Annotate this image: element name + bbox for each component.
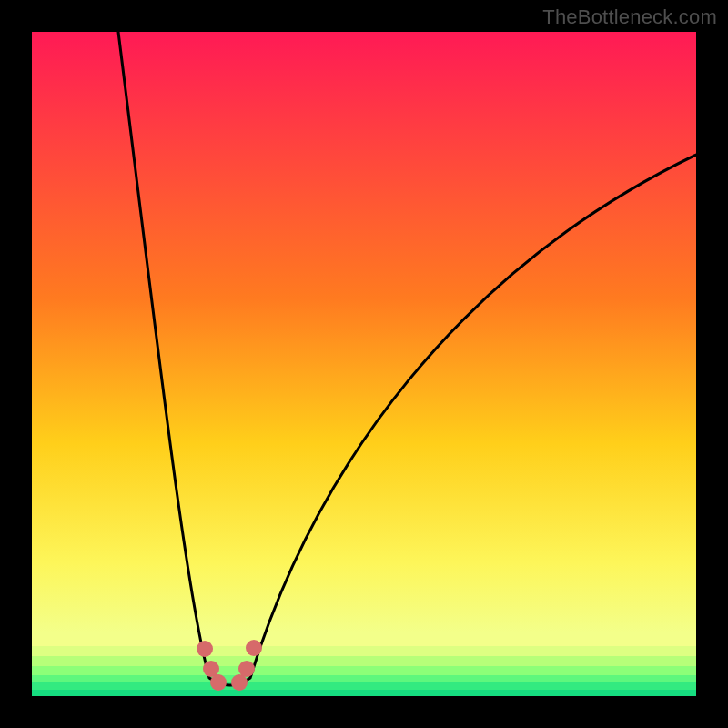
plot-area xyxy=(32,32,696,696)
curve-marker xyxy=(210,674,227,691)
bottleneck-curve xyxy=(118,32,696,685)
chart-frame: TheBottleneck.com xyxy=(0,0,728,728)
watermark-text: TheBottleneck.com xyxy=(542,5,717,29)
curve-marker xyxy=(246,640,262,656)
curve-svg xyxy=(32,32,696,696)
curve-marker xyxy=(197,641,213,657)
curve-marker xyxy=(238,661,255,677)
